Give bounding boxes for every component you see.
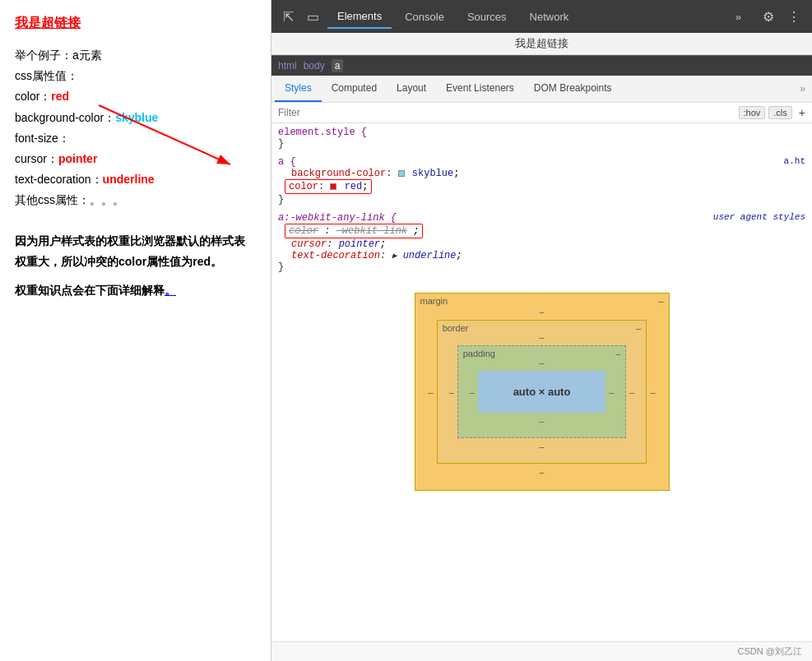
crumb-html[interactable]: html <box>278 60 297 72</box>
left-panel: 我是超链接 举个例子：a元素 css属性值： color：red backgro… <box>0 0 271 661</box>
fontsize-row: font-size： <box>15 128 256 149</box>
selector-webkit: a:-webkit-any-link { <box>278 212 397 224</box>
filter-buttons: :hov .cls <box>739 106 792 119</box>
padding-left-val: – <box>470 387 475 397</box>
tab-elements[interactable]: Elements <box>327 5 392 29</box>
styles-tab-more[interactable]: » <box>796 76 809 101</box>
tab-more[interactable]: » <box>726 6 751 28</box>
tab-sources[interactable]: Sources <box>457 6 517 28</box>
styles-tabs: Styles Computed Layout Event Listeners D… <box>271 76 812 103</box>
bg-label: background-color： <box>15 111 115 124</box>
border-label: border <box>443 323 469 333</box>
triangle-icon: ▶ <box>392 252 397 261</box>
box-model-section: margin – – – border – – – <box>271 283 812 501</box>
prop-cursor-webkit: cursor: pointer; <box>278 238 805 250</box>
css-rules: element.style { } a { a.ht background-co… <box>271 123 812 283</box>
devtools-preview: 我是超链接 <box>271 33 812 55</box>
padding-bottom-val: – <box>470 416 615 426</box>
tab-computed[interactable]: Computed <box>322 76 387 102</box>
box-padding: padding – – – auto × auto <box>457 345 627 438</box>
cursor-icon[interactable]: ⇱ <box>278 6 299 28</box>
border-top-val: – <box>449 332 635 342</box>
bottom-text2: 权重知识点会在下面详细解释。 <box>15 280 256 301</box>
device-icon[interactable]: ▭ <box>302 6 324 28</box>
left-content: 举个例子：a元素 css属性值： color：red background-co… <box>15 45 256 211</box>
css-label: css属性值： <box>15 66 256 86</box>
prop-color-a: color: red; <box>278 179 805 194</box>
add-style-button[interactable]: + <box>799 106 805 119</box>
tab-event-listeners[interactable]: Event Listeners <box>436 76 524 102</box>
tab-console[interactable]: Console <box>395 6 454 28</box>
border-top-dash: – <box>636 323 641 333</box>
tab-styles[interactable]: Styles <box>275 76 322 102</box>
padding-top-val: – <box>470 358 615 367</box>
prop-textdec-webkit: text-decoration: ▶ underline; <box>278 250 805 261</box>
cursor-row: cursor：pointer <box>15 149 256 169</box>
source-link-a[interactable]: a.ht <box>784 156 805 166</box>
textdec-row: text-decoration：underline <box>15 169 256 190</box>
color-label: color： <box>15 90 51 103</box>
bg-color-swatch <box>398 170 405 177</box>
color-row: color：red <box>15 86 256 107</box>
prop-color-webkit: color : -webkit-link ; <box>278 224 805 238</box>
color-highlight-box: color: red; <box>285 179 372 194</box>
more-options-icon[interactable]: ⋮ <box>782 6 805 28</box>
box-margin: margin – – – border – – – <box>415 293 670 491</box>
rule-webkit: a:-webkit-any-link { user agent styles c… <box>278 212 805 273</box>
other-row: 其他css属性：。。。 <box>15 190 256 210</box>
hyperlink[interactable]: 我是超链接 <box>15 15 81 32</box>
textdec-label: text-decoration： <box>15 173 103 186</box>
bottom-left: 因为用户样式表的权重比浏览器默认的样式表权重大，所以冲突的color属性值为re… <box>15 231 256 302</box>
right-panel: ⇱ ▭ Elements Console Sources Network » ⚙… <box>271 0 812 661</box>
hov-button[interactable]: :hov <box>739 106 766 119</box>
margin-top-dash: – <box>658 296 663 306</box>
credit: CSDN @刘乙江 <box>271 641 812 661</box>
textdec-val: underline <box>103 173 155 186</box>
tab-network[interactable]: Network <box>520 6 579 28</box>
margin-top-val: – <box>429 307 656 317</box>
margin-label: margin <box>420 296 448 306</box>
crumb-body[interactable]: body <box>304 60 325 72</box>
breadcrumb: html body a <box>271 55 812 76</box>
margin-left-val: – <box>429 387 434 397</box>
bg-val: skyblue <box>115 111 158 124</box>
crumb-a[interactable]: a <box>332 59 344 72</box>
rule-a: a { a.ht background-color: skyblue; colo… <box>278 156 805 206</box>
gear-icon[interactable]: ⚙ <box>758 6 779 28</box>
cls-button[interactable]: .cls <box>768 106 792 119</box>
devtools-topbar: ⇱ ▭ Elements Console Sources Network » ⚙… <box>271 0 812 33</box>
padding-dash: – <box>615 349 620 358</box>
bg-row: background-color：skyblue <box>15 108 256 128</box>
webkit-highlight-box: color : -webkit-link ; <box>285 224 423 238</box>
border-left-val: – <box>449 387 454 397</box>
prop-background-color: background-color: skyblue; <box>278 168 805 179</box>
box-border: border – – – padding – – <box>437 320 647 464</box>
box-content: auto × auto <box>478 371 606 413</box>
ua-styles-label: user agent styles <box>713 212 805 222</box>
rule-element-style: element.style { } <box>278 127 805 150</box>
selector-a: a { <box>278 156 296 168</box>
border-right-val: – <box>629 387 634 397</box>
cursor-val: pointer <box>58 152 97 165</box>
period-link[interactable]: 。 <box>165 284 176 297</box>
padding-right-val: – <box>609 387 614 397</box>
tab-dom-breakpoints[interactable]: DOM Breakpoints <box>524 76 622 102</box>
box-model-container: margin – – – border – – – <box>415 293 670 491</box>
preview-text: 我是超链接 <box>515 37 568 49</box>
content-label: auto × auto <box>513 386 571 398</box>
red-swatch <box>330 183 336 190</box>
bottom-text1: 因为用户样式表的权重比浏览器默认的样式表权重大，所以冲突的color属性值为re… <box>15 231 256 272</box>
margin-bottom-val: – <box>429 467 656 477</box>
padding-label: padding <box>463 349 495 358</box>
color-val: red <box>51 90 69 103</box>
intro-label: 举个例子：a元素 <box>15 45 256 66</box>
selector-element-style: element.style { <box>278 127 367 138</box>
margin-right-val: – <box>650 387 655 397</box>
tab-layout[interactable]: Layout <box>387 76 436 102</box>
styles-panel: Styles Computed Layout Event Listeners D… <box>271 76 812 641</box>
cursor-label: cursor： <box>15 152 58 165</box>
filter-bar: :hov .cls + <box>271 103 812 123</box>
border-bottom-val: – <box>449 441 635 451</box>
filter-input[interactable] <box>278 107 732 118</box>
